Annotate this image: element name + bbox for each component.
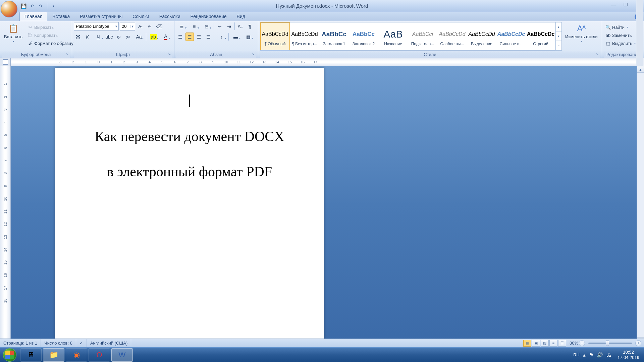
- find-button[interactable]: 🔍Найти▾: [604, 23, 637, 31]
- tray-flag-icon[interactable]: ⚑: [589, 352, 593, 358]
- maximize-button[interactable]: ❐: [621, 1, 630, 8]
- style-item-3[interactable]: AaBbCcЗаголовок 2: [349, 22, 378, 50]
- grow-font-button[interactable]: A▴: [136, 22, 145, 31]
- page[interactable]: Как перевести документ DOCX в электронны…: [55, 68, 324, 344]
- view-full-screen[interactable]: ▣: [532, 340, 540, 347]
- view-draft[interactable]: ☰: [558, 340, 566, 347]
- increase-indent-button[interactable]: ⇥: [225, 22, 233, 31]
- view-web-layout[interactable]: ▨: [541, 340, 549, 347]
- numbering-button[interactable]: ≡: [189, 22, 200, 31]
- multilevel-list-button[interactable]: ⊟: [201, 22, 212, 31]
- tab-home[interactable]: Главная: [19, 12, 47, 21]
- save-icon[interactable]: 💾: [20, 3, 27, 9]
- tab-references[interactable]: Ссылки: [127, 12, 154, 21]
- font-size-input[interactable]: [120, 24, 130, 29]
- taskbar-item-opera[interactable]: O: [89, 348, 110, 362]
- tray-network-icon[interactable]: 🖧: [606, 352, 611, 358]
- taskbar-item-desktop[interactable]: 🖥: [20, 348, 42, 362]
- style-item-4[interactable]: АаВНазвание: [378, 22, 408, 50]
- gallery-expand[interactable]: ≡: [556, 41, 561, 50]
- clear-formatting-button[interactable]: ⌫: [155, 22, 163, 31]
- align-center-button[interactable]: ☰: [185, 33, 194, 41]
- underline-button[interactable]: Ч: [93, 33, 104, 41]
- replace-button[interactable]: abЗаменить: [604, 32, 637, 39]
- zoom-thumb[interactable]: [606, 341, 609, 346]
- tab-page-layout[interactable]: Разметка страницы: [75, 12, 127, 21]
- gallery-down[interactable]: ▾: [556, 32, 561, 41]
- font-size-combo[interactable]: ▼: [120, 22, 135, 31]
- vertical-scrollbar[interactable]: ▲ ▼: [637, 66, 644, 344]
- scroll-up-button[interactable]: ▲: [637, 66, 644, 73]
- change-case-button[interactable]: Aa: [133, 33, 145, 41]
- font-family-input[interactable]: [74, 24, 114, 29]
- tray-language[interactable]: RU: [573, 352, 580, 357]
- tab-view[interactable]: Вид: [232, 12, 250, 21]
- redo-icon[interactable]: ↷: [38, 3, 44, 9]
- sort-button[interactable]: A↓: [236, 22, 245, 31]
- tray-volume-icon[interactable]: 🔊: [597, 352, 603, 358]
- tray-show-hidden-icon[interactable]: ▴: [583, 352, 586, 358]
- document-line-2[interactable]: в электронный формат PDF: [73, 163, 306, 181]
- gallery-more[interactable]: ▴▾≡: [555, 22, 561, 50]
- paste-button[interactable]: 📋 Вставить ▾: [2, 22, 25, 44]
- change-styles-button[interactable]: Aᴬ Изменить стили ▾: [563, 22, 600, 44]
- tab-selector[interactable]: [0, 58, 11, 66]
- view-outline[interactable]: ≡: [549, 340, 557, 347]
- cut-button[interactable]: ✂Вырезать: [26, 23, 75, 31]
- style-item-6[interactable]: AaBbCcDdСлабое вы...: [437, 22, 467, 50]
- status-page[interactable]: Страница: 1 из 1: [0, 339, 41, 347]
- zoom-slider[interactable]: [588, 343, 632, 344]
- gallery-up[interactable]: ▴: [556, 22, 561, 32]
- format-painter-button[interactable]: 🖌Формат по образцу: [26, 40, 75, 47]
- font-color-button[interactable]: A: [160, 33, 171, 41]
- italic-button[interactable]: К: [83, 33, 92, 41]
- style-item-7[interactable]: AaBbCcDdВыделение: [467, 22, 496, 50]
- tab-review[interactable]: Рецензирование: [185, 12, 232, 21]
- tab-mailings[interactable]: Рассылки: [154, 12, 185, 21]
- zoom-level[interactable]: 80%: [570, 341, 578, 346]
- vertical-ruler[interactable]: 123456789101112131415161718: [0, 66, 11, 344]
- align-left-button[interactable]: ☰: [176, 33, 184, 41]
- decrease-indent-button[interactable]: ⇤: [215, 22, 224, 31]
- document-area[interactable]: Как перевести документ DOCX в электронны…: [11, 66, 637, 344]
- undo-icon[interactable]: ↶: [29, 3, 36, 9]
- view-print-layout[interactable]: ▦: [523, 340, 531, 347]
- shading-button[interactable]: ▬: [230, 33, 241, 41]
- taskbar-item-explorer[interactable]: 📁: [43, 348, 64, 362]
- copy-button[interactable]: ⿻Копировать: [26, 32, 75, 39]
- show-marks-button[interactable]: ¶: [246, 22, 254, 31]
- style-item-8[interactable]: AaBbCcDcСильное в...: [496, 22, 526, 50]
- font-family-combo[interactable]: ▼: [74, 22, 119, 31]
- status-language[interactable]: Английский (США): [87, 339, 131, 347]
- subscript-button[interactable]: x2: [114, 33, 123, 41]
- zoom-out-button[interactable]: −: [579, 340, 585, 346]
- chevron-down-icon[interactable]: ▼: [130, 25, 135, 28]
- borders-button[interactable]: ▦: [243, 33, 254, 41]
- clipboard-launcher[interactable]: ↘: [65, 52, 69, 57]
- align-right-button[interactable]: ☰: [195, 33, 203, 41]
- chevron-down-icon[interactable]: ▼: [114, 25, 118, 28]
- bold-button[interactable]: Ж: [74, 33, 82, 41]
- shrink-font-button[interactable]: A▾: [146, 22, 154, 31]
- office-button[interactable]: [1, 1, 17, 17]
- status-proofing[interactable]: ✓: [76, 339, 87, 347]
- start-button[interactable]: [0, 348, 19, 362]
- horizontal-ruler[interactable]: 32101234567891011121314151617: [11, 58, 636, 66]
- styles-launcher[interactable]: ↘: [595, 52, 599, 57]
- strikethrough-button[interactable]: abc: [105, 33, 113, 41]
- status-wordcount[interactable]: Число слов: 8: [41, 339, 76, 347]
- superscript-button[interactable]: x2: [124, 33, 132, 41]
- qat-customize-icon[interactable]: ▾: [50, 3, 57, 9]
- bullets-button[interactable]: ≣: [176, 22, 187, 31]
- scroll-track[interactable]: [637, 73, 644, 324]
- highlight-button[interactable]: ab: [148, 33, 159, 41]
- line-spacing-button[interactable]: ↕: [216, 33, 227, 41]
- taskbar-item-app1[interactable]: ◉: [66, 348, 87, 362]
- taskbar-item-word[interactable]: W: [111, 348, 133, 362]
- style-item-1[interactable]: AaBbCcDd¶ Без интер...: [290, 22, 319, 50]
- paragraph-launcher[interactable]: ↘: [251, 52, 256, 57]
- zoom-in-button[interactable]: +: [635, 340, 641, 346]
- tab-insert[interactable]: Вставка: [47, 12, 75, 21]
- style-item-0[interactable]: AaBbCcDd¶ Обычный: [260, 22, 290, 50]
- font-launcher[interactable]: ↘: [167, 52, 172, 57]
